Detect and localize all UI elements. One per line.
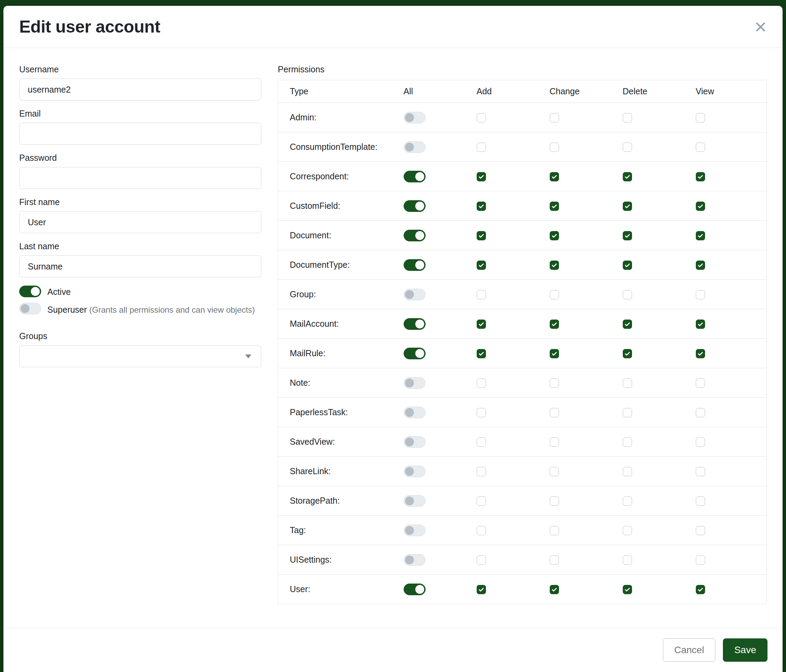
permission-delete-checkbox[interactable] [623, 320, 632, 329]
permission-view-checkbox[interactable] [696, 378, 705, 388]
permission-change-checkbox[interactable] [550, 261, 559, 270]
permission-delete-checkbox[interactable] [623, 143, 632, 152]
permission-add-checkbox[interactable] [477, 556, 486, 565]
permission-add-checkbox[interactable] [477, 231, 486, 240]
permission-all-toggle[interactable] [404, 259, 426, 271]
permission-change-checkbox[interactable] [550, 349, 559, 358]
permission-view-checkbox[interactable] [696, 172, 705, 181]
permission-add-checkbox[interactable] [477, 202, 486, 211]
permission-change-checkbox[interactable] [550, 556, 559, 565]
permission-all-toggle[interactable] [404, 348, 426, 359]
permission-delete-checkbox[interactable] [623, 556, 632, 565]
permission-delete-checkbox[interactable] [623, 261, 632, 270]
permission-add-checkbox[interactable] [477, 290, 486, 299]
permission-view-checkbox[interactable] [696, 320, 705, 329]
permission-view-checkbox[interactable] [696, 585, 705, 594]
close-icon[interactable]: × [755, 16, 767, 38]
permission-type-label: StoragePath: [278, 486, 402, 516]
permission-change-checkbox[interactable] [550, 320, 559, 329]
permission-all-toggle[interactable] [404, 436, 426, 448]
permission-add-checkbox[interactable] [477, 349, 486, 358]
first-name-input[interactable] [19, 211, 261, 233]
permission-delete-checkbox[interactable] [623, 378, 632, 388]
permission-delete-checkbox[interactable] [623, 113, 632, 122]
permission-change-checkbox[interactable] [550, 202, 559, 211]
permission-delete-checkbox[interactable] [623, 526, 632, 535]
permission-delete-checkbox[interactable] [623, 172, 632, 181]
permission-add-checkbox[interactable] [477, 320, 486, 329]
permission-add-checkbox[interactable] [477, 526, 486, 535]
permission-change-checkbox[interactable] [550, 143, 559, 152]
permission-change-checkbox[interactable] [550, 231, 559, 240]
password-input[interactable] [19, 167, 261, 189]
permission-view-checkbox[interactable] [696, 408, 705, 417]
permission-all-toggle[interactable] [404, 407, 426, 418]
permission-all-toggle[interactable] [404, 230, 426, 241]
check-icon [551, 321, 558, 327]
permission-all-toggle[interactable] [404, 524, 426, 536]
permission-row: PaperlessTask: [278, 398, 767, 427]
permission-view-checkbox[interactable] [696, 290, 705, 299]
email-input[interactable] [19, 123, 261, 145]
permission-view-checkbox[interactable] [696, 467, 705, 476]
permission-all-toggle[interactable] [404, 584, 426, 595]
permission-change-checkbox[interactable] [550, 467, 559, 476]
permission-add-checkbox[interactable] [477, 585, 486, 594]
superuser-hint: (Grants all permissions and can view obj… [89, 305, 255, 314]
permission-view-checkbox[interactable] [696, 496, 705, 506]
permission-all-toggle[interactable] [404, 112, 426, 123]
permission-add-checkbox[interactable] [477, 438, 486, 447]
permission-add-checkbox[interactable] [477, 496, 486, 506]
permission-delete-checkbox[interactable] [623, 496, 632, 506]
permission-all-toggle[interactable] [404, 200, 426, 212]
active-toggle[interactable] [19, 286, 41, 297]
permission-change-checkbox[interactable] [550, 113, 559, 122]
permission-delete-checkbox[interactable] [623, 231, 632, 240]
permission-add-checkbox[interactable] [477, 113, 486, 122]
permission-view-checkbox[interactable] [696, 231, 705, 240]
superuser-toggle[interactable] [19, 303, 41, 314]
permission-view-checkbox[interactable] [696, 526, 705, 535]
permission-all-toggle[interactable] [404, 495, 426, 507]
permission-change-checkbox[interactable] [550, 585, 559, 594]
permission-all-toggle[interactable] [404, 141, 426, 153]
permission-add-checkbox[interactable] [477, 172, 486, 181]
permission-view-checkbox[interactable] [696, 261, 705, 270]
permission-view-checkbox[interactable] [696, 556, 705, 565]
permission-all-toggle[interactable] [404, 377, 426, 389]
permission-add-checkbox[interactable] [477, 378, 486, 388]
permission-delete-checkbox[interactable] [623, 585, 632, 594]
permission-change-checkbox[interactable] [550, 408, 559, 417]
username-input[interactable] [19, 79, 261, 100]
permission-all-toggle[interactable] [404, 466, 426, 477]
permission-view-checkbox[interactable] [696, 143, 705, 152]
permission-view-checkbox[interactable] [696, 202, 705, 211]
permission-view-checkbox[interactable] [696, 349, 705, 358]
groups-select[interactable] [19, 345, 261, 367]
permission-delete-checkbox[interactable] [623, 467, 632, 476]
permission-change-checkbox[interactable] [550, 290, 559, 299]
permission-delete-checkbox[interactable] [623, 349, 632, 358]
permission-add-checkbox[interactable] [477, 408, 486, 417]
permission-add-checkbox[interactable] [477, 143, 486, 152]
cancel-button[interactable]: Cancel [663, 638, 715, 662]
permission-delete-checkbox[interactable] [623, 202, 632, 211]
permission-change-checkbox[interactable] [550, 172, 559, 181]
permission-all-toggle[interactable] [404, 171, 426, 182]
permission-view-checkbox[interactable] [696, 113, 705, 122]
permission-delete-checkbox[interactable] [623, 438, 632, 447]
permission-change-checkbox[interactable] [550, 526, 559, 535]
permission-all-toggle[interactable] [404, 289, 426, 300]
permission-delete-checkbox[interactable] [623, 408, 632, 417]
save-button[interactable]: Save [723, 638, 767, 662]
last-name-input[interactable] [19, 256, 261, 277]
permission-all-toggle[interactable] [404, 318, 426, 330]
permission-add-checkbox[interactable] [477, 261, 486, 270]
permission-view-checkbox[interactable] [696, 438, 705, 447]
permission-change-checkbox[interactable] [550, 438, 559, 447]
permission-delete-checkbox[interactable] [623, 290, 632, 299]
permission-add-checkbox[interactable] [477, 467, 486, 476]
permission-change-checkbox[interactable] [550, 496, 559, 506]
permission-change-checkbox[interactable] [550, 378, 559, 388]
permission-all-toggle[interactable] [404, 554, 426, 566]
